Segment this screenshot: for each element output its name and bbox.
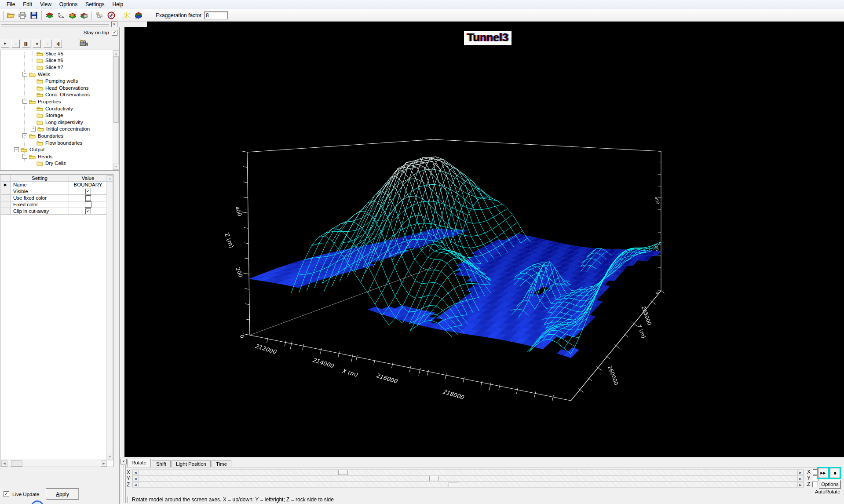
save-icon[interactable] <box>28 10 40 21</box>
tree-item-properties[interactable]: −Properties <box>0 98 118 105</box>
setting-value[interactable]: ✓ <box>69 188 107 194</box>
setting-row-name[interactable]: ▶NameBOUNDARY <box>1 182 107 188</box>
fixed-color-checkbox[interactable] <box>85 201 91 208</box>
setting-value[interactable]: BOUNDARY <box>69 182 107 188</box>
record2-button[interactable]: ○ <box>43 40 51 48</box>
ellipsis-button[interactable]: ... <box>101 202 106 207</box>
menu-help[interactable]: Help <box>109 0 128 8</box>
setting-row-use-fixed-color[interactable]: Use fixed color <box>1 195 107 201</box>
tree-view-icon[interactable] <box>94 10 106 21</box>
tree-item-storage[interactable]: Storage <box>0 112 118 119</box>
slider-y-thumb[interactable] <box>429 476 439 481</box>
scroll-left-icon[interactable]: ◀ <box>1 460 7 467</box>
tree-item-conductivity[interactable]: Conductivity <box>0 105 118 112</box>
axes-flash-icon[interactable] <box>121 10 133 21</box>
visible-checkbox[interactable]: ✓ <box>85 189 91 194</box>
surface-new-icon[interactable] <box>67 10 78 21</box>
menu-view[interactable]: View <box>36 0 55 8</box>
tree-item-conc-observations[interactable]: Conc. Observations <box>0 91 118 99</box>
apply-button[interactable]: Apply <box>46 488 79 500</box>
tree-item-output[interactable]: −Output <box>0 146 118 153</box>
axis-z-checkbox[interactable] <box>812 482 818 487</box>
stop-button[interactable]: ■ <box>33 40 41 48</box>
use-fixed-color-checkbox[interactable] <box>85 195 91 201</box>
clip-in-cut-away-checkbox[interactable]: ✓ <box>85 208 91 214</box>
slider-y-track[interactable]: ◀▶ <box>132 475 804 482</box>
close-icon[interactable]: × <box>121 459 127 464</box>
tree-item-heads[interactable]: −Heads <box>0 153 118 160</box>
surface-save-icon[interactable] <box>78 10 90 21</box>
tree-item-long-dispersivity[interactable]: Long dispersivity <box>0 119 118 126</box>
slider-right-arrow-icon[interactable]: ▶ <box>797 482 804 487</box>
dock-grip[interactable] <box>124 465 126 503</box>
autorotate-play-button[interactable]: ▶▶ <box>818 468 828 478</box>
surface-layers-icon[interactable] <box>44 10 55 21</box>
menu-options[interactable]: Options <box>55 0 81 8</box>
tree-item-slice-6[interactable]: Slice #6 <box>0 57 118 64</box>
setting-row-fixed-color[interactable]: Fixed color... <box>1 201 107 208</box>
slider-left-arrow-icon[interactable]: ◀ <box>132 470 139 475</box>
exaggeration-input[interactable] <box>204 11 228 19</box>
video-camera-icon[interactable] <box>78 39 88 48</box>
open-icon[interactable] <box>5 10 17 21</box>
scroll-right-icon[interactable]: ▶ <box>101 460 107 467</box>
collapse-box[interactable]: − <box>22 99 27 104</box>
slider-x-thumb[interactable] <box>338 470 348 475</box>
tree-item-wells[interactable]: −Wells <box>0 71 118 78</box>
slider-left-arrow-icon[interactable]: ◀ <box>132 482 139 487</box>
tab-time[interactable]: Time <box>212 460 231 467</box>
surface-stack-icon[interactable] <box>133 10 144 21</box>
setting-row-clip-in-cut-away[interactable]: Clip in cut-away✓ <box>1 208 107 215</box>
slider-z-track[interactable]: ◀▶ <box>132 482 804 488</box>
autorotate-stop-button[interactable]: ■ <box>830 468 840 478</box>
toolbar-grip[interactable] <box>1 11 4 20</box>
menu-settings[interactable]: Settings <box>81 0 108 8</box>
pause-button[interactable]: ▌▌ <box>22 40 30 48</box>
axes-icon[interactable] <box>55 10 67 21</box>
menu-edit[interactable]: Edit <box>19 0 36 8</box>
tree-item-slice-7[interactable]: Slice #7 <box>0 64 118 71</box>
tree-item-head-observations[interactable]: Head Observations <box>0 84 118 91</box>
step-back-button[interactable]: ◄▌ <box>54 40 62 48</box>
tree-item-slice-5[interactable]: Slice #5 <box>0 50 118 57</box>
slider-z-thumb[interactable] <box>449 482 458 487</box>
expand-box[interactable]: + <box>31 127 36 131</box>
settings-vscrollbar[interactable]: ▲ ▼ <box>106 175 113 460</box>
record-button[interactable]: ○ <box>11 40 20 48</box>
slider-right-arrow-icon[interactable]: ▶ <box>797 470 804 475</box>
tree-item-pumping-wells[interactable]: Pumping wells <box>0 77 118 84</box>
scroll-up-icon[interactable]: ▲ <box>107 175 113 182</box>
print-icon[interactable] <box>17 10 28 21</box>
collapse-box[interactable]: − <box>22 154 27 159</box>
collapse-box[interactable]: − <box>14 147 19 152</box>
slider-x-track[interactable]: ◀▶ <box>132 469 804 475</box>
menu-file[interactable]: File <box>3 0 19 8</box>
setting-value[interactable] <box>69 195 107 201</box>
tab-shift[interactable]: Shift <box>152 460 171 467</box>
tree-item-dry-cells[interactable]: Dry Cells <box>0 160 118 167</box>
viewport-3d-canvas[interactable] <box>124 22 844 457</box>
tab-light-position[interactable]: Light Position <box>172 460 211 467</box>
slider-left-arrow-icon[interactable]: ◀ <box>132 476 139 481</box>
setting-value[interactable]: ... <box>69 201 107 208</box>
settings-hscrollbar[interactable]: ◀ ▶ <box>1 460 107 466</box>
panel-grip-strip[interactable]: × <box>0 22 147 27</box>
setting-row-visible[interactable]: Visible✓ <box>1 188 107 195</box>
slider-right-arrow-icon[interactable]: ▶ <box>797 476 804 481</box>
collapse-box[interactable]: − <box>22 133 27 138</box>
live-update-checkbox[interactable]: ✓ <box>4 491 9 497</box>
stay-on-top-checkbox[interactable]: ✓ <box>112 30 117 36</box>
tree-item-initial-concentration[interactable]: +Initial concentration <box>0 126 118 133</box>
close-icon[interactable]: × <box>111 22 117 27</box>
tab-rotate[interactable]: Rotate <box>127 459 151 467</box>
tree-item-boundaries[interactable]: −Boundaries <box>0 132 118 139</box>
setting-value[interactable]: ✓ <box>69 208 107 214</box>
scroll-down-icon[interactable]: ▼ <box>107 454 113 460</box>
options-button[interactable]: Options <box>819 480 841 489</box>
compass-icon[interactable] <box>106 10 117 21</box>
settings-hscrollbar-thumb[interactable] <box>11 460 22 467</box>
play-button[interactable]: ▶ <box>1 40 9 48</box>
collapse-box[interactable]: − <box>22 72 27 77</box>
tree-item-flow-boundaries[interactable]: Flow boundaries <box>0 139 118 146</box>
panel-divider[interactable] <box>119 22 121 504</box>
